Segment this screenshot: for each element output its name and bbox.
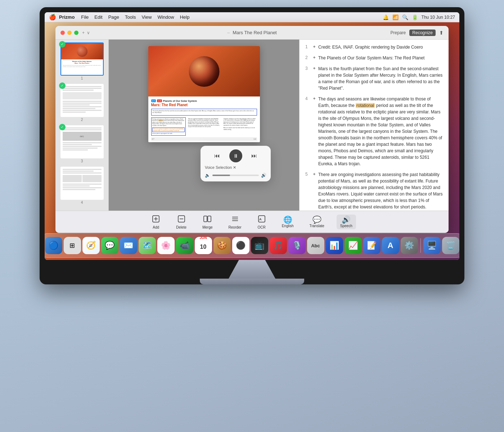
merge-icon [203, 215, 212, 225]
tool-merge[interactable]: Merge [199, 213, 216, 231]
monitor-screen: 🍎 Prizmo File Edit Page Tools View Windo… [45, 12, 459, 260]
battery-icon[interactable]: 🔋 [412, 14, 418, 20]
dock-separator [420, 238, 421, 253]
menu-file[interactable]: File [78, 14, 91, 21]
app-window: + ∨ – Mars The Red Planet Prepare Recogn… [55, 26, 449, 233]
thumb-check-2: ✓ [59, 82, 66, 89]
thumb-img-1: Planets of Our Solar System Mars: The Re… [60, 42, 104, 76]
voice-volume-row: 🔈 🔊 [205, 173, 266, 178]
volume-slider[interactable] [212, 175, 259, 176]
app-body: ✓ Planets of Our Solar System Mars: The … [55, 40, 449, 211]
title-dash: – [227, 30, 230, 35]
volume-low-icon: 🔈 [205, 173, 210, 178]
text-line-5: 5 ✦ There are ongoing investigations ass… [305, 171, 443, 210]
thumb-page-1[interactable]: ✓ Planets of Our Solar System Mars: The … [60, 42, 104, 80]
doc-page: 2:7 1:3 Planets of Our Solar System Mars… [148, 46, 260, 142]
menu-view[interactable]: View [139, 14, 154, 21]
dock-icon-safari[interactable]: 🧭 [82, 237, 100, 254]
dock-icon-photos[interactable]: 🌸 [157, 237, 175, 254]
recognize-button[interactable]: Recognize [409, 30, 436, 36]
dock-icon-trash[interactable]: 🗑️ [442, 237, 459, 254]
text-line-1: 1 ✦ Credit: ESA, INAF. Graphic rendering… [305, 44, 443, 50]
translate-label: Translate [309, 224, 324, 228]
dock-icon-mail[interactable]: ✉️ [120, 237, 137, 254]
tool-add[interactable]: Add [148, 213, 164, 231]
thumb-check-1: ✓ [59, 41, 66, 48]
wifi-icon[interactable]: 📶 [392, 14, 399, 20]
doc-columns: The days and seasons are likewise compar… [151, 117, 257, 136]
dock-icon-pages[interactable]: 📝 [363, 237, 381, 254]
thumb-img-3: IMG [60, 125, 104, 158]
titlebar-right: Prepare Recognize ⬆ [391, 30, 444, 36]
ocr-icon: A [257, 215, 266, 225]
svg-rect-6 [208, 216, 211, 222]
delete-label: Delete [176, 225, 186, 229]
maximize-button[interactable] [74, 31, 78, 35]
tool-translate[interactable]: 💬 Translate [306, 215, 328, 229]
stand-base [200, 279, 304, 284]
search-icon[interactable]: 🔍 [402, 14, 408, 20]
menu-page[interactable]: Page [105, 14, 122, 21]
dock-icon-prizmo[interactable]: Abc [307, 237, 324, 254]
monitor-outer: 🍎 Prizmo File Edit Page Tools View Windo… [40, 7, 464, 284]
voice-forward-button[interactable]: ⏭ [249, 150, 260, 161]
thumb-num-4: 4 [60, 201, 104, 204]
prepare-button[interactable]: Prepare [391, 30, 406, 35]
dock-icon-podcasts[interactable]: 🎙️ [288, 237, 306, 254]
line-num-3: 3 [305, 66, 310, 71]
line-dot-1: ✦ [312, 44, 316, 49]
dock-icon-reminders[interactable]: ⚫ [232, 237, 249, 254]
tool-ocr[interactable]: A OCR [254, 213, 270, 231]
apple-menu[interactable]: 🍎 [49, 14, 56, 21]
tool-delete[interactable]: Delete [172, 213, 190, 231]
nav-forward[interactable]: ∨ [87, 30, 90, 35]
text-panel: 1 ✦ Credit: ESA, INAF. Graphic rendering… [299, 40, 449, 211]
dock-icon-launchpad[interactable]: ⊞ [64, 237, 81, 254]
thumb-check-3: ✓ [59, 124, 66, 130]
minimize-button[interactable] [67, 31, 72, 35]
dock-icon-appstore[interactable]: A [382, 237, 399, 254]
tool-reorder[interactable]: Reorder [225, 213, 245, 231]
dock-icon-maps[interactable]: 🗺️ [139, 237, 156, 254]
menu-help[interactable]: Help [177, 14, 193, 21]
doc-viewer: 2:7 1:3 Planets of Our Solar System Mars… [109, 40, 299, 211]
toolbar: Add Delete Merge [55, 211, 449, 233]
titlebar: + ∨ – Mars The Red Planet Prepare Recogn… [55, 26, 449, 40]
thumb-page-2[interactable]: ✓ [60, 84, 104, 122]
dock-icon-numbers[interactable]: 📈 [345, 237, 362, 254]
dock-icon-messages[interactable]: 💬 [101, 237, 118, 254]
tool-english[interactable]: 🌐 English [278, 215, 297, 229]
voice-controls: ⏮ ⏸ ⏭ [205, 149, 266, 162]
close-button[interactable] [60, 31, 65, 35]
dock-icon-music[interactable]: 🎵 [270, 237, 287, 254]
menu-edit[interactable]: Edit [91, 14, 105, 21]
monitor-stand [45, 260, 459, 284]
voice-rewind-button[interactable]: ⏮ [212, 150, 222, 161]
dock-icon-finder[interactable]: 🔵 [45, 237, 62, 254]
app-name[interactable]: Prizmo [59, 14, 75, 20]
dock-icon-screensaver[interactable]: 🖥️ [423, 237, 441, 254]
line-dot-5: ✦ [312, 171, 316, 177]
dock-icon-cookie[interactable]: 🍪 [213, 237, 231, 254]
svg-rect-5 [204, 216, 207, 222]
tool-speech[interactable]: 🔊 Speech [337, 215, 356, 229]
menu-tools[interactable]: Tools [122, 14, 139, 21]
share-icon[interactable]: ⬆ [439, 30, 444, 36]
dock-icon-calendar[interactable]: JUN 10 [195, 237, 212, 254]
thumb-page-3[interactable]: ✓ IMG [60, 125, 104, 163]
highlight-rotational: rotational [356, 103, 375, 108]
menu-window[interactable]: Window [154, 14, 177, 21]
dock-icon-facetime[interactable]: 📹 [176, 237, 193, 254]
volume-high-icon: 🔊 [261, 173, 266, 178]
dock-icon-sysprefs[interactable]: ⚙️ [401, 237, 418, 254]
nav-back[interactable]: + [82, 30, 85, 35]
notification-icon[interactable]: 🔔 [383, 14, 389, 20]
menubar-right: 🔔 📶 🔍 🔋 Thu 10 Jun 10:27 [383, 14, 455, 20]
globe-icon: 🌐 [283, 216, 292, 223]
dock-icon-appletv[interactable]: 📺 [251, 237, 268, 254]
thumb-page-4[interactable]: 4 [60, 167, 104, 204]
dock-icon-keynote[interactable]: 📊 [326, 237, 343, 254]
doc-title: Mars: The Red Planet [151, 103, 257, 107]
voice-play-pause-button[interactable]: ⏸ [229, 149, 242, 162]
titlebar-nav: + ∨ [82, 30, 90, 35]
